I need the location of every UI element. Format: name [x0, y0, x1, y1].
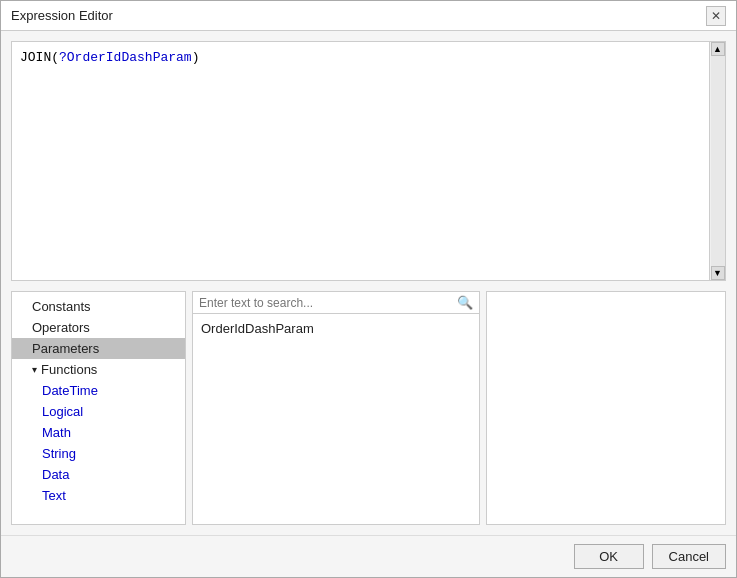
functions-chevron: ▾	[32, 364, 37, 375]
data-label: Data	[42, 467, 69, 482]
middle-panel: 🔍 OrderIdDashParam	[192, 291, 480, 525]
expression-join-prefix: JOIN(	[20, 50, 59, 65]
tree-item-data[interactable]: Data	[12, 464, 185, 485]
editor-scrollbar: ▲ ▼	[709, 42, 725, 280]
expression-suffix: )	[192, 50, 200, 65]
expression-param: ?OrderIdDashParam	[59, 50, 192, 65]
bottom-section: Constants Operators Parameters ▾ Functio…	[11, 291, 726, 525]
tree-item-operators[interactable]: Operators	[12, 317, 185, 338]
datetime-label: DateTime	[42, 383, 98, 398]
string-label: String	[42, 446, 76, 461]
math-label: Math	[42, 425, 71, 440]
constants-label: Constants	[32, 299, 91, 314]
logical-label: Logical	[42, 404, 83, 419]
tree-item-datetime[interactable]: DateTime	[12, 380, 185, 401]
tree-item-parameters[interactable]: Parameters	[12, 338, 185, 359]
ok-button[interactable]: OK	[574, 544, 644, 569]
functions-label: Functions	[41, 362, 97, 377]
tree-item-text[interactable]: Text	[12, 485, 185, 506]
operators-label: Operators	[32, 320, 90, 335]
search-bar: 🔍	[193, 292, 479, 314]
scroll-down-arrow[interactable]: ▼	[711, 266, 725, 280]
tree-item-constants[interactable]: Constants	[12, 296, 185, 317]
expression-editor-area: JOIN(?OrderIdDashParam) ▲ ▼	[11, 41, 726, 281]
tree-item-logical[interactable]: Logical	[12, 401, 185, 422]
close-button[interactable]: ✕	[706, 6, 726, 26]
footer: OK Cancel	[1, 535, 736, 577]
search-input[interactable]	[199, 296, 457, 310]
right-panel	[486, 291, 726, 525]
list-item[interactable]: OrderIdDashParam	[193, 318, 479, 339]
scroll-up-arrow[interactable]: ▲	[711, 42, 725, 56]
parameters-label: Parameters	[32, 341, 99, 356]
middle-list: OrderIdDashParam	[193, 314, 479, 524]
tree-item-functions[interactable]: ▾ Functions	[12, 359, 185, 380]
expression-editor-dialog: Expression Editor ✕ JOIN(?OrderIdDashPar…	[0, 0, 737, 578]
tree-item-string[interactable]: String	[12, 443, 185, 464]
tree-item-math[interactable]: Math	[12, 422, 185, 443]
search-icon: 🔍	[457, 295, 473, 310]
scroll-track	[711, 56, 725, 266]
left-panel: Constants Operators Parameters ▾ Functio…	[11, 291, 186, 525]
dialog-title: Expression Editor	[11, 8, 113, 23]
text-label: Text	[42, 488, 66, 503]
cancel-button[interactable]: Cancel	[652, 544, 726, 569]
title-bar: Expression Editor ✕	[1, 1, 736, 31]
